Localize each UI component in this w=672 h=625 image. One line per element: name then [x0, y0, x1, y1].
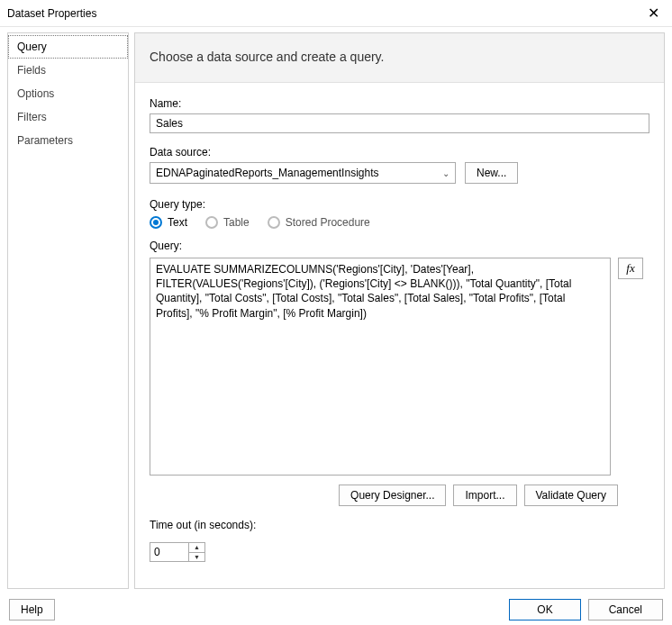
validate-query-button[interactable]: Validate Query: [524, 485, 619, 506]
datasource-select[interactable]: EDNAPaginatedReports_ManagementInsights …: [150, 162, 456, 184]
close-icon[interactable]: ✕: [644, 6, 663, 21]
sidebar: Query Fields Options Filters Parameters: [7, 32, 129, 589]
radio-table[interactable]: Table: [205, 216, 250, 229]
spinner-down-icon[interactable]: ▼: [189, 553, 204, 562]
spinner-up-icon[interactable]: ▲: [189, 543, 204, 553]
timeout-label: Time out (in seconds):: [150, 519, 649, 531]
content-panel: Choose a data source and create a query.…: [134, 32, 665, 589]
radio-icon: [268, 216, 280, 229]
form: Name: Data source: EDNAPaginatedReports_…: [135, 83, 664, 588]
sidebar-item-label: Query: [17, 41, 47, 53]
timeout-input[interactable]: [150, 543, 188, 561]
query-label: Query:: [150, 240, 649, 252]
footer: Help OK Cancel: [0, 594, 672, 625]
query-textarea[interactable]: [150, 258, 611, 476]
sidebar-item-options[interactable]: Options: [8, 82, 128, 105]
radio-icon: [150, 216, 162, 229]
querytype-group: Text Table Stored Procedure: [150, 216, 649, 229]
help-button[interactable]: Help: [9, 599, 55, 620]
import-button[interactable]: Import...: [453, 485, 516, 506]
sidebar-item-label: Parameters: [17, 134, 73, 147]
timeout-spinner[interactable]: ▲ ▼: [150, 542, 205, 562]
sidebar-item-label: Options: [17, 87, 54, 100]
radio-icon: [205, 216, 218, 229]
window-title: Dataset Properties: [7, 7, 96, 20]
expression-button[interactable]: fx: [618, 258, 643, 279]
chevron-down-icon: ⌄: [442, 168, 450, 178]
name-input[interactable]: [150, 113, 649, 133]
radio-label: Table: [223, 216, 250, 229]
cancel-button[interactable]: Cancel: [588, 599, 663, 620]
radio-stored-procedure[interactable]: Stored Procedure: [268, 216, 370, 229]
sidebar-item-label: Filters: [17, 111, 47, 123]
titlebar: Dataset Properties ✕: [0, 0, 672, 27]
name-label: Name:: [150, 97, 649, 110]
datasource-label: Data source:: [150, 146, 649, 159]
radio-label: Text: [168, 216, 187, 229]
query-designer-button[interactable]: Query Designer...: [339, 485, 446, 506]
new-button[interactable]: New...: [465, 162, 518, 184]
fx-icon: fx: [626, 261, 634, 276]
ok-button[interactable]: OK: [509, 599, 580, 620]
radio-text[interactable]: Text: [150, 216, 187, 229]
sidebar-item-parameters[interactable]: Parameters: [8, 129, 128, 152]
sidebar-item-fields[interactable]: Fields: [8, 59, 128, 82]
querytype-label: Query type:: [150, 198, 649, 211]
page-header: Choose a data source and create a query.: [135, 33, 664, 83]
radio-label: Stored Procedure: [286, 216, 370, 229]
sidebar-item-filters[interactable]: Filters: [8, 105, 128, 129]
dialog-body: Query Fields Options Filters Parameters …: [0, 27, 672, 594]
sidebar-item-query[interactable]: Query: [8, 35, 128, 59]
datasource-value: EDNAPaginatedReports_ManagementInsights: [156, 167, 378, 179]
sidebar-item-label: Fields: [17, 64, 46, 77]
